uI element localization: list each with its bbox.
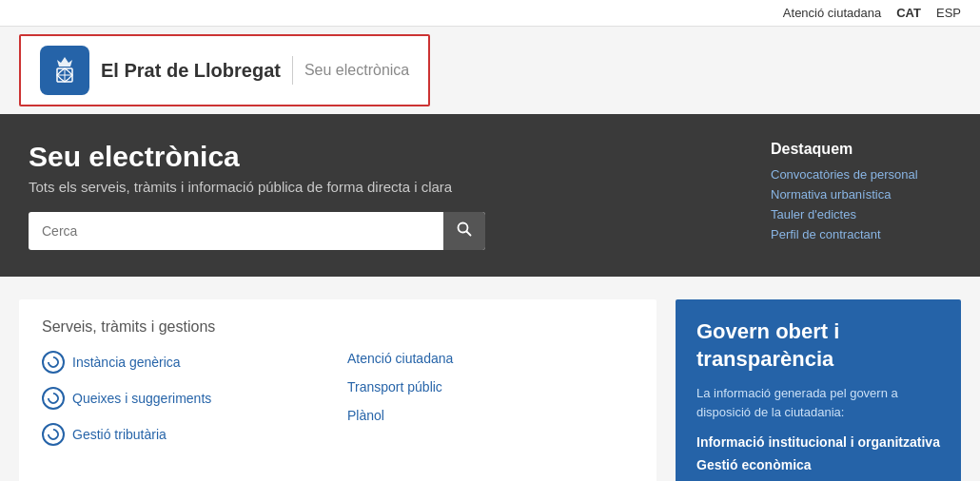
destaquem-link-0[interactable]: Convocatòries de personal: [771, 167, 951, 182]
atencio-ciutadana-link[interactable]: Atenció ciutadana: [783, 6, 881, 20]
main-content: Serveis, tràmits i gestions Instància ge…: [0, 277, 980, 481]
lang-esp[interactable]: ESP: [936, 6, 961, 20]
search-button[interactable]: [443, 212, 485, 250]
svg-line-4: [467, 232, 471, 236]
hero-subtitle: Tots els serveis, tràmits i informació p…: [29, 179, 742, 195]
services-box: Serveis, tràmits i gestions Instància ge…: [19, 299, 657, 481]
govern-title: Govern obert i transparència: [696, 318, 940, 373]
govern-link-1[interactable]: Gestió econòmica: [696, 457, 940, 472]
service-item-1: Queixes i suggeriments: [42, 387, 328, 410]
city-logo-icon: [40, 46, 89, 95]
service-link-0[interactable]: Instància genèrica: [72, 355, 181, 370]
services-left-col: Instància genèrica Queixes i suggeriment…: [42, 351, 328, 459]
search-bar: [29, 212, 485, 250]
services-right-col: Atenció ciutadana Transport públic Plàno…: [347, 351, 634, 459]
city-name: El Prat de Llobregat: [101, 60, 281, 82]
circle-arrow-icon-0: [42, 351, 65, 374]
circle-arrow-icon-2: [42, 423, 65, 446]
search-icon: [457, 221, 472, 237]
govern-box: Govern obert i transparència La informac…: [676, 299, 961, 481]
logo-divider: [292, 56, 293, 85]
right-link-2[interactable]: Plànol: [347, 408, 634, 423]
top-navigation: Atenció ciutadana CAT ESP: [0, 0, 980, 27]
govern-description: La informació generada pel govern a disp…: [696, 384, 940, 421]
destaquem-link-3[interactable]: Perfil de contractant: [771, 227, 951, 241]
right-link-0[interactable]: Atenció ciutadana: [347, 351, 634, 366]
service-link-2[interactable]: Gestió tributària: [72, 427, 167, 442]
hero-section: Seu electrònica Tots els serveis, tràmit…: [0, 114, 980, 277]
service-link-1[interactable]: Queixes i suggeriments: [72, 391, 211, 406]
header-logo-bar: El Prat de Llobregat Seu electrònica: [19, 34, 430, 106]
destaquem-heading: Destaquem: [771, 141, 951, 158]
seu-label: Seu electrònica: [304, 62, 409, 79]
destaquem-link-2[interactable]: Tauler d'edictes: [771, 207, 951, 221]
destaquem-panel: Destaquem Convocatòries de personal Norm…: [742, 141, 951, 247]
services-grid: Instància genèrica Queixes i suggeriment…: [42, 351, 634, 459]
service-item-0: Instància genèrica: [42, 351, 328, 374]
circle-arrow-icon-1: [42, 387, 65, 410]
govern-link-0[interactable]: Informació institucional i organitzativa: [696, 434, 940, 450]
hero-title: Seu electrònica: [29, 141, 742, 173]
search-input[interactable]: [29, 214, 443, 248]
service-item-2: Gestió tributària: [42, 423, 328, 446]
services-heading: Serveis, tràmits i gestions: [42, 318, 634, 336]
lang-cat[interactable]: CAT: [896, 6, 921, 20]
destaquem-link-1[interactable]: Normativa urbanística: [771, 187, 951, 202]
right-link-1[interactable]: Transport públic: [347, 379, 634, 394]
hero-left: Seu electrònica Tots els serveis, tràmit…: [29, 141, 742, 250]
